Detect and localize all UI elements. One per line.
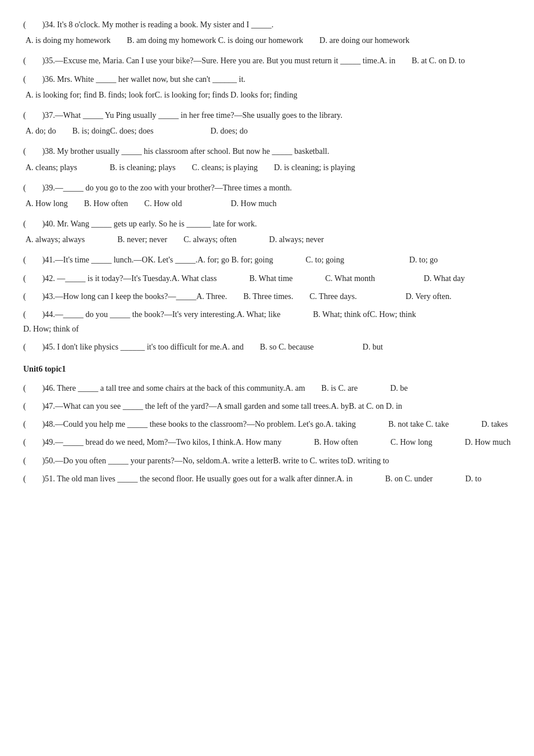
question-line-44: ( )44.—_____ do you _____ the book?—It's… (23, 307, 511, 336)
options-line-37: A. do; do B. is; doingC. does; does D. d… (23, 124, 511, 138)
options-line-39: A. How long B. How often C. How old D. H… (23, 196, 511, 211)
question-line-50: ( )50.—Do you often _____ your parents?—… (23, 453, 511, 468)
question-line-46: ( )46. There _____ a tall tree and some … (23, 381, 511, 395)
question-block-41: ( )41.—It's time _____ lunch.—OK. Let's … (23, 253, 511, 267)
question-line-38: ( )38. My brother usually _____ his clas… (23, 144, 511, 159)
question-block-48: ( )48.—Could you help me _____ these boo… (23, 417, 511, 431)
question-block-46: ( )46. There _____ a tall tree and some … (23, 381, 511, 395)
question-line-43: ( )43.—How long can I keep the books?—__… (23, 289, 511, 304)
question-block-45: ( )45. I don't like physics ______ it's … (23, 340, 511, 354)
question-line-40: ( )40. Mr. Wang _____ gets up early. So … (23, 217, 511, 231)
question-line-34: ( )34. It's 8 o'clock. My mother is read… (23, 17, 511, 32)
question-line-37: ( )37.—What _____ Yu Ping usually _____ … (23, 108, 511, 123)
question-block-38: ( )38. My brother usually _____ his clas… (23, 144, 511, 174)
question-line-51: ( )51. The old man lives _____ the secon… (23, 471, 511, 486)
section-label: Unit6 topic1 (23, 362, 511, 376)
options-line-40: A. always; always B. never; never C. alw… (23, 232, 511, 247)
options-line-38: A. cleans; plays B. is cleaning; plays C… (23, 160, 511, 175)
question-line-48: ( )48.—Could you help me _____ these boo… (23, 417, 511, 431)
question-block-36: ( )36. Mrs. White _____ her wallet now, … (23, 72, 511, 102)
question-block-39: ( )39.—_____ do you go to the zoo with y… (23, 181, 511, 211)
question-block-50: ( )50.—Do you often _____ your parents?—… (23, 453, 511, 468)
options-line-36: A. is looking for; find B. finds; look f… (23, 88, 511, 102)
question-block-40: ( )40. Mr. Wang _____ gets up early. So … (23, 217, 511, 247)
question-block-51: ( )51. The old man lives _____ the secon… (23, 471, 511, 486)
question-block-49: ( )49.—_____ bread do we need, Mom?—Two … (23, 435, 511, 449)
question-line-41: ( )41.—It's time _____ lunch.—OK. Let's … (23, 253, 511, 267)
question-block-43: ( )43.—How long can I keep the books?—__… (23, 289, 511, 304)
question-block-44: ( )44.—_____ do you _____ the book?—It's… (23, 307, 511, 336)
question-block-42: ( )42. —_____ is it today?—It's Tuesday.… (23, 271, 511, 286)
question-block-35: ( )35.—Excuse me, Maria. Can I use your … (23, 53, 511, 68)
question-block-37: ( )37.—What _____ Yu Ping usually _____ … (23, 108, 511, 138)
questions-container: ( )34. It's 8 o'clock. My mother is read… (23, 17, 511, 486)
options-line-34: A. is doing my homework B. am doing my h… (23, 33, 511, 48)
question-line-47: ( )47.—What can you see _____ the left o… (23, 399, 511, 413)
question-line-35: ( )35.—Excuse me, Maria. Can I use your … (23, 53, 511, 68)
question-block-34: ( )34. It's 8 o'clock. My mother is read… (23, 17, 511, 48)
question-line-42: ( )42. —_____ is it today?—It's Tuesday.… (23, 271, 511, 286)
question-line-36: ( )36. Mrs. White _____ her wallet now, … (23, 72, 511, 87)
question-line-39: ( )39.—_____ do you go to the zoo with y… (23, 181, 511, 195)
question-line-45: ( )45. I don't like physics ______ it's … (23, 340, 511, 354)
question-line-49: ( )49.—_____ bread do we need, Mom?—Two … (23, 435, 511, 449)
question-block-47: ( )47.—What can you see _____ the left o… (23, 399, 511, 413)
